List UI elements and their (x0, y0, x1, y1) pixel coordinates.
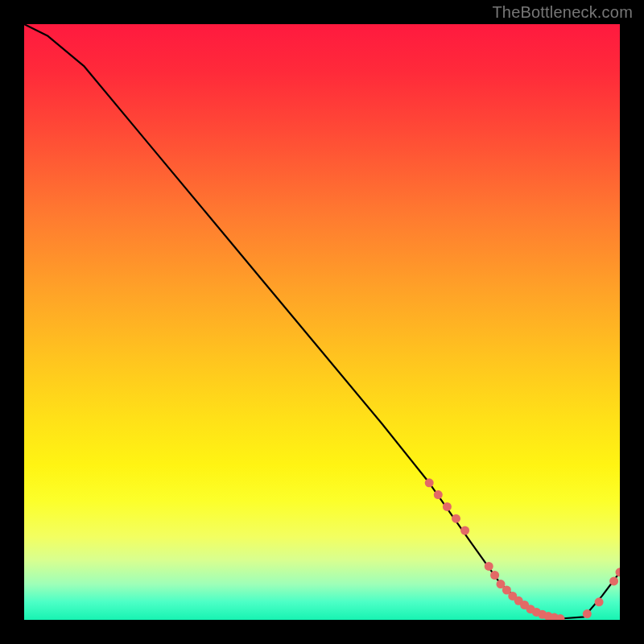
watermark-text: TheBottleneck.com (492, 3, 633, 22)
highlight-point (425, 478, 434, 487)
highlight-point (443, 502, 452, 511)
chart-stage: TheBottleneck.com (0, 0, 644, 644)
highlight-point (485, 562, 493, 571)
highlight-point (490, 571, 499, 580)
highlight-point (452, 514, 460, 523)
chart-overlay (24, 24, 620, 620)
highlight-point (583, 609, 592, 618)
highlight-point (460, 526, 469, 535)
highlighted-models-points (425, 478, 620, 620)
bottleneck-curve (24, 24, 620, 619)
highlight-point (434, 490, 443, 499)
highlight-point (616, 568, 621, 576)
highlight-point (609, 576, 618, 585)
highlight-point (595, 597, 604, 606)
plot-area (24, 24, 620, 620)
